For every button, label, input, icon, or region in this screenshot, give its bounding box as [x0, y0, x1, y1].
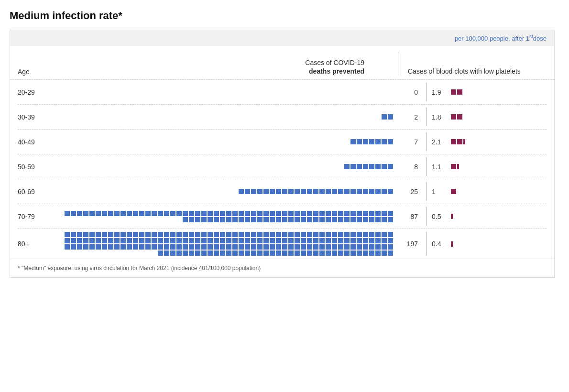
blue-square: [245, 238, 250, 243]
blue-square: [183, 232, 188, 237]
blue-square: [375, 139, 381, 144]
vertical-divider: [427, 182, 427, 201]
blue-square: [189, 238, 194, 243]
blue-square: [65, 232, 70, 237]
blue-square: [89, 238, 95, 243]
blue-square: [307, 232, 312, 237]
blue-square: [313, 232, 318, 237]
blue-square: [83, 244, 88, 250]
blue-square: [145, 244, 151, 250]
blue-square: [71, 232, 76, 237]
age-cell: 40-49: [18, 138, 61, 146]
blue-square: [295, 217, 300, 222]
blue-square: [183, 250, 188, 256]
blue-square: [195, 217, 200, 222]
age-cell: 20-29: [18, 88, 61, 96]
table-row: 40-4972.1: [18, 130, 547, 154]
blue-square: [301, 211, 306, 216]
blue-square: [239, 189, 244, 194]
blue-square: [388, 250, 393, 256]
deaths-number: 8: [398, 163, 422, 171]
age-cell: 70-79: [18, 213, 61, 220]
blue-square: [332, 238, 337, 243]
blue-square: [338, 211, 343, 216]
blue-square: [232, 232, 238, 237]
blue-square: [375, 232, 381, 237]
blue-square: [363, 217, 368, 222]
blue-square: [276, 217, 281, 222]
blue-square: [214, 244, 219, 250]
blue-square: [170, 244, 175, 250]
blue-square: [369, 238, 374, 243]
deaths-number: 0: [398, 88, 422, 96]
blue-square: [232, 238, 238, 243]
blue-bars-cell: [61, 139, 398, 144]
deaths-number: 2: [398, 113, 422, 121]
blue-square: [239, 238, 244, 243]
blue-square: [152, 232, 157, 237]
blue-square: [276, 244, 281, 250]
blue-square: [382, 238, 387, 243]
red-square: [451, 139, 456, 144]
blue-square: [189, 250, 194, 256]
blue-square: [363, 244, 368, 250]
blue-square: [164, 250, 169, 256]
column-headers: Age Cases of COVID-19deaths prevented Ca…: [10, 46, 554, 80]
blue-square: [375, 250, 381, 256]
blue-square: [145, 238, 151, 243]
blue-square: [139, 244, 144, 250]
blue-square: [382, 232, 387, 237]
blue-square: [139, 238, 144, 243]
blue-square: [344, 238, 350, 243]
blue-square: [195, 232, 200, 237]
blue-square: [251, 217, 256, 222]
blue-square: [319, 250, 325, 256]
blue-square: [313, 244, 318, 250]
blue-square: [176, 238, 182, 243]
blue-square: [71, 211, 76, 216]
blue-square: [319, 211, 325, 216]
blue-square: [276, 238, 281, 243]
blue-square: [313, 238, 318, 243]
blue-square: [208, 244, 213, 250]
blue-square: [145, 211, 151, 216]
blue-square: [338, 217, 343, 222]
blue-square: [338, 250, 343, 256]
blue-square: [307, 244, 312, 250]
red-bars-cell: [451, 139, 547, 144]
blue-square: [301, 217, 306, 222]
blue-square: [226, 211, 231, 216]
blue-square: [369, 250, 374, 256]
blue-square: [77, 211, 82, 216]
blue-square: [382, 211, 387, 216]
blue-square: [388, 189, 393, 194]
blue-square: [357, 217, 362, 222]
blue-square: [295, 250, 300, 256]
blue-square: [189, 244, 194, 250]
vertical-divider: [427, 157, 427, 176]
red-bars-cell: [451, 114, 547, 120]
blue-square: [232, 217, 238, 222]
blue-square: [276, 211, 281, 216]
blue-square: [108, 238, 113, 243]
blue-square: [388, 139, 393, 144]
deaths-number: 197: [398, 240, 422, 248]
blue-square: [357, 250, 362, 256]
blue-square: [357, 244, 362, 250]
blue-square: [332, 232, 337, 237]
blue-square: [319, 189, 325, 194]
blue-square: [344, 232, 350, 237]
red-square: [451, 164, 456, 169]
blue-square: [245, 232, 250, 237]
blue-square: [245, 211, 250, 216]
blue-square: [369, 164, 374, 169]
red-square: [451, 114, 456, 120]
blue-square: [382, 189, 387, 194]
blue-square: [170, 211, 175, 216]
blue-square: [170, 250, 175, 256]
deaths-number: 87: [398, 213, 422, 220]
blue-square: [313, 211, 318, 216]
blue-square: [332, 189, 337, 194]
blue-square: [133, 244, 138, 250]
blue-square: [363, 139, 368, 144]
